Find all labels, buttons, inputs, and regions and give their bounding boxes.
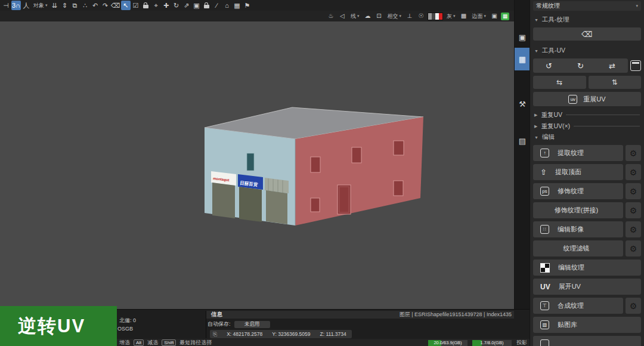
edit-texture-button[interactable]: 编辑纹理 (533, 260, 641, 276)
render-teapot-icon[interactable]: ♨ (326, 11, 336, 21)
edge-face-dropdown[interactable]: 边面▾ (470, 11, 488, 21)
shutter-2 (239, 187, 262, 222)
memory-bar: 1.7/8.0(GB) (472, 340, 512, 346)
edit-check-icon[interactable]: ☑ (131, 1, 141, 10)
flip-vertical-button[interactable]: ⇅ (589, 76, 642, 89)
line-display-dropdown[interactable]: 线▾ (349, 11, 361, 21)
lock-selection-icon[interactable] (141, 1, 151, 10)
wireframe-icon[interactable]: ◁ (338, 11, 347, 21)
globe-icon[interactable]: ☉ (416, 11, 426, 21)
object-mode-dropdown[interactable]: 对象▾ (32, 1, 49, 10)
image-file-icon: ∷ (540, 225, 549, 234)
uv-banner: 逆转UV (0, 306, 117, 346)
divider (566, 115, 640, 115)
repeat-uv-x-expander[interactable]: ▶ 重复UV(×) (534, 122, 640, 131)
extract-texture-button[interactable]: ↑提取纹理 (533, 145, 623, 161)
coord-y: Y: 3236369.5059 (272, 331, 310, 337)
settings-gear-button[interactable]: ⚙ (626, 240, 641, 257)
axis-tripod-icon[interactable]: 人 (21, 1, 31, 10)
zoom-region-icon[interactable]: ⌖ (151, 1, 161, 10)
wrench-tool-icon[interactable]: ⚒ (515, 97, 530, 111)
dropdown-label: 灰 (447, 13, 452, 20)
unwrap-uv-button[interactable]: uv 重展UV (533, 92, 641, 106)
retouch-texture-button[interactable]: ps修饰纹理 (533, 183, 623, 199)
scale-tool-icon[interactable]: ⇗ (182, 1, 191, 10)
info-header: 信息 图层 | ESRIShapefile19151439728 | Index… (206, 311, 514, 319)
intersect-dropdown[interactable]: 相交▾ (385, 11, 403, 21)
texture-filter-button[interactable]: 纹理滤镜 (533, 240, 623, 257)
preset-label: 常规纹理 (536, 2, 560, 10)
redo-icon[interactable]: ↷ (101, 1, 110, 10)
autosave-status-button[interactable]: 未启用 (234, 321, 270, 328)
partial-bottom-button[interactable] (533, 336, 641, 346)
scatter-axis-icon[interactable]: ∴ (80, 1, 90, 10)
building-model: montagut 日丽百货 (0, 21, 514, 309)
snap-3d-icon[interactable]: 3∩ (11, 1, 21, 10)
section-tool-texture[interactable]: ▼ 工具-纹理 (534, 16, 640, 24)
memory-bar: 20.0/63.9(GB) (428, 340, 467, 346)
building-icon[interactable]: ⌂ (222, 1, 232, 10)
shutter-3 (266, 190, 287, 224)
uv-redo-icon[interactable]: ↻ (577, 61, 584, 70)
dropdown-label: 线 (351, 13, 356, 20)
settings-gear-button[interactable]: ⚙ (626, 298, 641, 314)
paste-icon[interactable]: ⧉ (70, 1, 80, 10)
memory-indicators: 20.0/63.9(GB)1.7/8.0(GB)投影 (428, 339, 530, 346)
render-frame-icon[interactable]: ▣ (515, 30, 530, 44)
main-toolbar: ⊣3∩人对象▾⇊⇕⧉∴↶↷⌫↖☑⌖✚↻⇗▣∕⌂▦⚑ (0, 0, 514, 11)
map-library-button[interactable]: ▧贴图库 (533, 317, 641, 333)
settings-gear-button[interactable]: ⚙ (626, 164, 641, 180)
pillar-icon[interactable]: ⊥ (405, 11, 414, 21)
settings-gear-button[interactable]: ⚙ (626, 221, 641, 237)
layers-icon[interactable]: ▣ (490, 11, 499, 21)
projection-label: 投影 (516, 339, 527, 346)
button-label: 重展UV (583, 95, 605, 104)
uv-swap-icon[interactable]: ⇄ (609, 61, 615, 70)
crop-frame-icon[interactable]: ▣ (192, 1, 202, 10)
flip-horizontal-button[interactable]: ⇆ (533, 76, 586, 89)
uv-undo-icon[interactable]: ↺ (546, 61, 552, 70)
collapse-triangle-icon: ▼ (534, 49, 538, 53)
color-mode-swatches[interactable] (428, 13, 443, 20)
shaded-view-icon[interactable]: ▩ (459, 11, 468, 21)
repeat-uv-expander[interactable]: ▶ 重复UV (534, 110, 640, 119)
clear-texture-button[interactable]: ⌫ (533, 27, 641, 41)
edit-image-button[interactable]: ∷编辑影像 (533, 221, 623, 237)
select-cursor-icon[interactable]: ↖ (121, 1, 131, 10)
retouch-stitch-button[interactable]: 修饰纹理(拼接) (533, 202, 623, 218)
map-book-icon[interactable]: ▤ (515, 134, 530, 148)
section-tool-uv[interactable]: ▼ 工具-UV (534, 47, 640, 55)
viewport-toolbar: ♨◁线▾☁⊡相交▾⊥☉灰▾▩边面▾▣▦ (0, 11, 514, 21)
delete-icon[interactable]: ⌫ (111, 1, 120, 10)
safe-lock-icon[interactable] (202, 1, 212, 10)
gray-display-dropdown[interactable]: 灰▾ (445, 11, 457, 21)
region-mode-icon[interactable]: ⊡ (374, 11, 383, 21)
settings-gear-button[interactable]: ⚙ (626, 183, 641, 199)
extract-top-button[interactable]: ⇧提取顶面 (533, 164, 623, 180)
spacing-tool-icon[interactable]: ⇕ (60, 1, 70, 10)
edit-row: ▧贴图库 (533, 317, 641, 333)
compose-texture-button[interactable]: ⊤合成纹理 (533, 298, 623, 314)
undo-icon[interactable]: ↶ (91, 1, 100, 10)
uv-grid-icon[interactable]: ▦ (515, 48, 530, 70)
settings-gear-button[interactable]: ⚙ (626, 145, 641, 161)
ruler-icon[interactable]: ∕ (212, 1, 222, 10)
move-tool-icon[interactable]: ✚ (162, 1, 171, 10)
viewport-3d[interactable]: montagut 日丽百货 (0, 21, 514, 309)
section-edit[interactable]: ▼ 编辑 (534, 133, 640, 141)
rotate-tool-icon[interactable]: ↻ (172, 1, 181, 10)
flag-icon[interactable]: ⚑ (243, 1, 252, 10)
unfold-uv-button[interactable]: UV展开UV (533, 279, 641, 295)
align-tool-icon[interactable]: ⇊ (50, 1, 60, 10)
settings-gear-button[interactable]: ⚙ (626, 202, 641, 218)
button-label: 修饰纹理 (558, 187, 584, 196)
cloud-settings-icon[interactable]: ☁ (363, 11, 372, 21)
ps-file-icon: ps (540, 187, 549, 196)
texture-preset-dropdown[interactable]: 常规纹理 ▾ (533, 1, 641, 11)
window-layout-icon[interactable]: ▦ (233, 1, 242, 10)
button-label: 展开UV (559, 282, 581, 291)
chevron-down-icon: ▾ (453, 14, 456, 18)
snap-toggle-icon[interactable]: ⊣ (1, 1, 11, 10)
screen-preview-icon[interactable] (630, 60, 641, 71)
texture-checker-icon[interactable]: ▦ (501, 13, 509, 20)
